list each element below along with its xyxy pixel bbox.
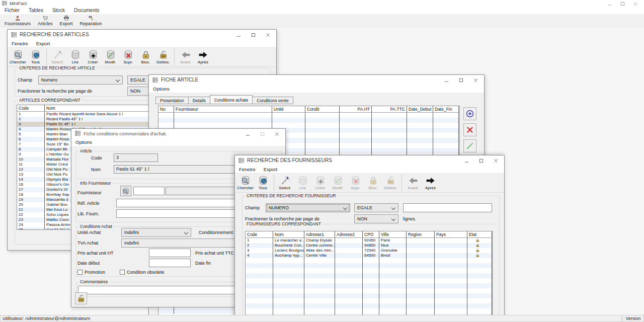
toolbar-button-debloc[interactable]: Debloc. (154, 50, 172, 64)
column-header-condit[interactable]: Condit (305, 106, 340, 112)
menu-item-options[interactable]: Options (149, 85, 174, 93)
tab-presentation[interactable]: Presentation (155, 97, 189, 104)
titlebar[interactable]: Fiche conditions commerciales d'achat. (71, 129, 285, 138)
column-header-etat[interactable]: Etat (467, 231, 492, 237)
menu-item-fenetre[interactable]: Fenetre (8, 40, 32, 47)
menu-item-export[interactable]: Export (32, 40, 54, 47)
fournisseur-code-field[interactable] (133, 187, 165, 195)
prix-ht-field[interactable] (149, 249, 191, 257)
toolbar-button-fournisseurs[interactable]: Fournisseurs (1, 15, 34, 26)
column-header-unit-[interactable]: Unité (272, 106, 305, 112)
close-button[interactable] (489, 155, 503, 166)
column-header-pa-ht[interactable]: PA.HT (340, 106, 372, 112)
column-header-nom[interactable]: Nom (273, 231, 304, 237)
toolbar-button-select[interactable]: Select. (276, 176, 294, 190)
fournisseur-search-button[interactable] (120, 186, 131, 196)
champ-select[interactable]: Numero (38, 75, 123, 85)
titlebar[interactable]: FICHE ARTICLE (149, 75, 484, 85)
condition-obsolete-checkbox[interactable] (120, 270, 125, 275)
column-header-fournisseur[interactable]: Fournisseur (174, 106, 272, 112)
chevron-down-icon (391, 206, 395, 210)
column-header-adresse1[interactable]: Adresse1 (304, 231, 335, 237)
close-button[interactable] (629, 0, 642, 7)
lock-off-icon (386, 176, 396, 186)
unlock-button[interactable] (75, 292, 87, 304)
unite-achat-select[interactable]: Indefini (121, 228, 191, 237)
column-header-pays[interactable]: Pays (435, 231, 467, 237)
menu-item-fichier[interactable]: Fichier (0, 7, 24, 14)
toolbar-button-lire[interactable]: Lire (66, 50, 84, 64)
date-debut-field[interactable] (149, 259, 191, 267)
code-field[interactable]: 3 (114, 153, 158, 162)
column-header-code[interactable]: Code (246, 231, 273, 237)
toolbar-separator (274, 175, 274, 191)
add-row-button[interactable] (463, 107, 476, 120)
date-fin-label: Date fin (195, 261, 211, 266)
column-header-cpo[interactable]: CPO (363, 231, 379, 237)
tab-conditions-vente[interactable]: Conditions vente (253, 97, 293, 104)
window-title: Fiche conditions commerciales d'achat. (84, 129, 167, 138)
maximize-button[interactable] (454, 75, 468, 85)
column-header-no[interactable]: No (158, 106, 174, 112)
fraction-select[interactable]: NON (354, 214, 398, 223)
table-row[interactable]: 3Leclerc BoulgourAllée des mim...72540Gr… (246, 248, 492, 253)
fiche-article-tabs: PresentationDetailsConditions achatsCond… (155, 95, 293, 104)
champ-select[interactable]: NUMERO (266, 203, 350, 212)
table-row[interactable]: 4Auchamp hyp...Centre Ville64500Brest (246, 253, 492, 258)
table-row[interactable]: 1Le maraicher e...Champ Elysée92450Paris (246, 238, 492, 243)
column-header-adresse2[interactable]: Adresse2 (335, 231, 363, 237)
toolbar-button-chercher[interactable]: Chercher (236, 176, 254, 190)
toolbar-button-chercher[interactable]: Chercher (9, 50, 27, 64)
menu-item-export[interactable]: Export (260, 166, 281, 173)
minimize-button[interactable] (240, 129, 255, 139)
close-button[interactable] (468, 75, 483, 85)
toolbar-button-modif[interactable]: Modif. (102, 50, 119, 64)
window-icon (152, 77, 158, 83)
titlebar[interactable]: RECHERCHE DES FOURNISSEURS (235, 155, 504, 166)
toolbar-button-reparation[interactable]: Reparation (76, 15, 106, 26)
close-button[interactable] (261, 30, 275, 40)
maximize-button[interactable] (246, 30, 261, 40)
toolbar-button-tous[interactable]: Tous (254, 176, 272, 190)
menu-item-options[interactable]: Options (71, 138, 96, 146)
close-button[interactable] (270, 129, 284, 139)
column-header-code[interactable]: Code (17, 105, 45, 111)
toolbar-button-bloc[interactable]: Bloc. (137, 50, 154, 64)
column-header-date-debut[interactable]: Date_Debut (407, 106, 433, 112)
minimize-button[interactable] (603, 0, 616, 7)
menu-item-stock[interactable]: Stock (48, 7, 69, 14)
tab-conditions-achats[interactable]: Conditions achats (210, 95, 253, 104)
search-value-field[interactable] (403, 203, 492, 212)
menu-item-tables[interactable]: Tables (24, 7, 48, 14)
table-row[interactable]: 2Boucherie Con...Centre comme...54850Nic… (246, 243, 492, 248)
toolbar-button-export[interactable]: Export (56, 15, 76, 26)
minimize-button[interactable] (459, 155, 474, 166)
menu-item-fenetre[interactable]: Fenetre (235, 166, 260, 173)
articles-toolbar: ChercherTousSelect.LireCréerModif.Supr.B… (8, 47, 276, 67)
titlebar[interactable]: RECHERCHE DES ARTICLES (8, 30, 276, 40)
tab-details[interactable]: Details (189, 97, 210, 104)
edit-row-button[interactable] (463, 139, 476, 152)
db-x-icon (351, 176, 361, 186)
column-header-ville[interactable]: Ville (379, 231, 407, 237)
delete-row-button[interactable] (463, 123, 476, 136)
operator-select[interactable]: EGALE (354, 203, 398, 212)
chevron-down-icon (184, 230, 188, 234)
maximize-button[interactable] (616, 0, 629, 7)
column-header-date-fin[interactable]: Date_Fin (433, 106, 459, 112)
minimize-button[interactable] (439, 75, 454, 85)
toolbar-button-tous[interactable]: Tous (27, 50, 44, 64)
toolbar-button-crer[interactable]: Créer (84, 50, 102, 64)
maximize-button[interactable] (474, 155, 489, 166)
toolbar-button-aprs[interactable]: Après (422, 176, 439, 190)
column-header-pa-ttc[interactable]: PA.TTC (372, 106, 407, 112)
menu-item-documents[interactable]: Documents (69, 7, 104, 14)
promotion-checkbox[interactable] (77, 270, 83, 275)
toolbar-button-articles[interactable]: Articles (34, 15, 56, 26)
toolbar-button-aprs[interactable]: Après (194, 50, 212, 64)
minimize-button[interactable] (231, 30, 246, 40)
conditionnement-label: Conditionnement (199, 230, 233, 235)
lock-icon (475, 243, 480, 248)
toolbar-button-supr[interactable]: Supr. (119, 50, 137, 64)
column-header-region[interactable]: Region (407, 231, 435, 237)
